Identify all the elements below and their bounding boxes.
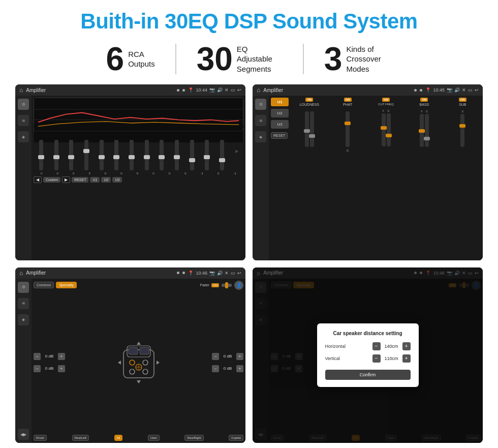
dialog-title: Car speaker distance setting [325,331,411,336]
user-btn[interactable]: User [148,435,160,441]
db-control-fr: − 0 dB + [212,353,243,360]
cutfreq-sliders: F G [382,107,391,147]
fader-bottom-row: Driver RearLeft All User RearRight Copil… [34,435,243,441]
fader-side-icon-1[interactable]: ⚙ [18,282,29,293]
page-title: Buith-in 30EQ DSP Sound System [80,9,417,34]
dsp-side-icons: ⚙ ≋ ◈ [253,96,269,260]
sub-on[interactable]: ON [459,98,466,102]
dsp-minimize-icon[interactable]: ▭ [468,87,473,93]
vertical-minus-btn[interactable]: − [372,354,381,363]
dsp-close-icon[interactable]: ✕ [462,87,466,93]
svg-point-10 [130,360,135,365]
db-plus-fr[interactable]: + [236,353,243,360]
dsp-u1-btn[interactable]: U1 [271,98,289,106]
stat-number-rca: 6 [106,43,124,75]
eq-reset-btn[interactable]: RESET [72,177,88,183]
db-plus-rr[interactable]: + [236,365,243,372]
person-icon: 👤 [234,281,243,290]
cutfreq-on[interactable]: ON [382,98,390,102]
dsp-sub-channel: ON SUB G [445,98,481,258]
fader-side-icon-4[interactable]: ◀▶ [18,429,29,440]
eq-side-icon-1[interactable]: ⚙ [18,99,29,110]
fader-status-icons: 📍 10:46 📷 🔊 ✕ ▭ ↩ [188,271,241,276]
fader-close-icon[interactable]: ✕ [225,271,229,276]
stat-number-crossover: 3 [324,43,343,75]
eq-next-btn[interactable]: ▶ [62,176,70,183]
bass-on[interactable]: ON [420,98,428,102]
dsp-reset-btn[interactable]: RESET [271,132,288,139]
eq-u2-btn[interactable]: U2 [101,177,111,183]
dsp-top-row: U1 U2 U3 RESET ON LOUDNESS [271,98,481,258]
phat-on[interactable]: ON [344,98,352,102]
dsp-u2-btn[interactable]: U2 [271,109,289,117]
fader-camera-icon: 📷 [209,271,215,276]
fader-on-badge[interactable]: ON [211,283,219,287]
dsp-back-icon[interactable]: ↩ [475,87,479,93]
svg-marker-17 [137,342,141,345]
minimize-icon[interactable]: ▭ [231,87,235,93]
loudness-sliders [305,107,314,148]
back-icon[interactable]: ↩ [237,87,241,93]
status-dot-2 [182,89,185,92]
db-minus-fl[interactable]: − [34,353,41,360]
db-minus-rl[interactable]: − [34,365,41,372]
all-btn[interactable]: All [114,435,123,441]
eq-u3-btn[interactable]: U3 [112,177,122,183]
dsp-side-icon-2[interactable]: ≋ [255,115,266,126]
dsp-side-icon-3[interactable]: ◈ [255,131,266,142]
dsp-camera-icon: 📷 [447,87,452,93]
dsp-status-bar: ⌂ Amplifier 📍 10:45 📷 🔊 ✕ ▭ ↩ [253,84,483,96]
horizontal-plus-btn[interactable]: + [402,342,411,350]
fader-screen-title: Amplifier [26,270,174,276]
loudness-on[interactable]: ON [305,98,313,102]
eq-prev-btn[interactable]: ◀ [34,176,42,183]
cutfreq-label: CUT FREQ [378,103,394,106]
db-minus-rr[interactable]: − [212,365,219,372]
vertical-row: Vertical − 110cm + [325,354,411,363]
more-icon[interactable]: » [235,148,238,154]
db-control-fl: − 0 dB + [34,353,65,360]
fader-status-bar: ⌂ Amplifier 📍 10:46 📷 🔊 ✕ ▭ ↩ [15,267,245,279]
specialty-tab[interactable]: Specialty [56,282,76,288]
eq-side-icon-3[interactable]: ◈ [18,131,29,142]
stat-label-rca: RCAOutputs [128,49,155,69]
rearleft-btn[interactable]: RearLeft [72,435,89,441]
eq-u1-btn[interactable]: U1 [90,177,100,183]
confirm-button[interactable]: Confirm [325,370,411,380]
dsp-main: U1 U2 U3 RESET ON LOUDNESS [269,96,483,260]
eq-custom-btn[interactable]: Custom [43,177,60,183]
close-icon[interactable]: ✕ [225,87,229,93]
home-icon[interactable]: ⌂ [19,86,23,94]
vertical-plus-btn[interactable]: + [402,354,411,363]
copilot-btn[interactable]: Copilot [229,435,243,441]
eq-side-icon-2[interactable]: ≋ [18,115,29,126]
eq-slider-3 [69,140,73,170]
stat-item-eq: 30 EQ AdjustableSegments [176,43,303,75]
db-control-rr: − 0 dB + [212,365,243,372]
dsp-screen-card: ⌂ Amplifier 📍 10:45 📷 🔊 ✕ ▭ ↩ ⚙ ≋ [253,84,483,260]
horizontal-row: Horizontal − 140cm + [325,342,411,350]
db-plus-fl[interactable]: + [58,353,65,360]
svg-rect-5 [225,282,228,288]
db-minus-fr[interactable]: − [212,353,219,360]
horizontal-value: 140cm [383,344,400,349]
fader-back-icon[interactable]: ↩ [237,271,241,276]
rearright-btn[interactable]: RearRight [184,435,203,441]
driver-btn[interactable]: Driver [34,435,47,441]
fader-home-icon[interactable]: ⌂ [19,270,23,277]
svg-rect-9 [140,347,149,354]
dsp-side-icon-1[interactable]: ⚙ [255,99,266,110]
fader-side-icon-3[interactable]: ◈ [18,314,29,325]
svg-point-13 [143,369,148,374]
horizontal-minus-btn[interactable]: − [372,342,381,350]
eq-graph [34,98,243,126]
fader-side-icon-2[interactable]: ≋ [18,298,29,309]
dsp-home-icon[interactable]: ⌂ [257,86,260,94]
db-plus-rl[interactable]: + [58,365,65,372]
common-tab[interactable]: Common [34,282,54,288]
dsp-bass-channel: ON BASS F [406,98,442,258]
eq-slider-thumb-1[interactable] [38,155,44,159]
fader-minimize-icon[interactable]: ▭ [231,271,235,276]
dsp-u3-btn[interactable]: U3 [271,120,289,129]
fader-label: Fader [200,283,209,287]
